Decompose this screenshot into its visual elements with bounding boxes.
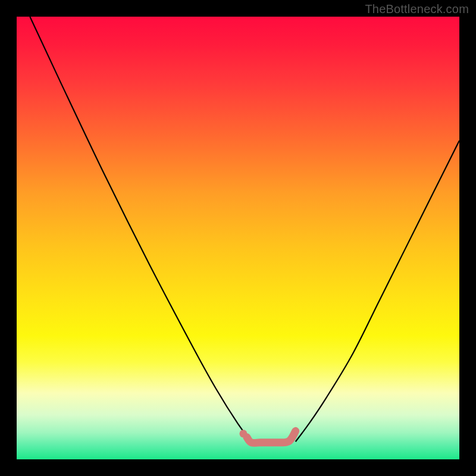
bottom-squiggle-path — [247, 431, 296, 443]
plot-area — [17, 17, 459, 459]
chart-frame: TheBottleneck.com — [0, 0, 476, 476]
curve-layer — [17, 17, 459, 459]
right-curve-path — [296, 140, 459, 441]
left-curve-path — [30, 17, 251, 441]
watermark-text: TheBottleneck.com — [365, 2, 469, 16]
bottom-dot-marker — [239, 430, 247, 437]
